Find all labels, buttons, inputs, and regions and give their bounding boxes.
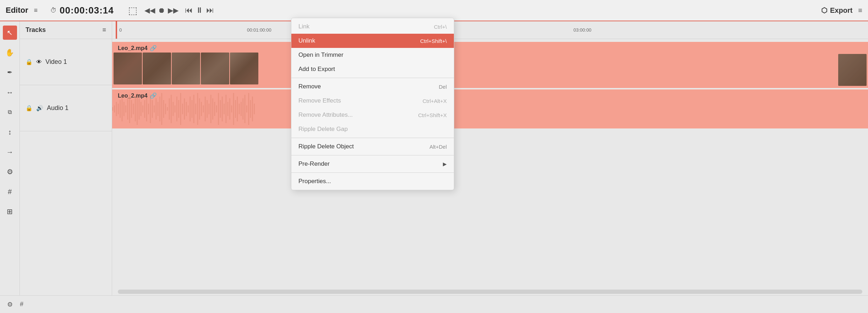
- svg-rect-49: [205, 97, 206, 121]
- svg-rect-46: [199, 98, 200, 120]
- svg-rect-53: [212, 98, 213, 120]
- svg-rect-66: [237, 97, 238, 121]
- svg-rect-41: [189, 97, 191, 121]
- menu-item-pre-render[interactable]: Pre-Render ▶: [291, 157, 454, 171]
- menu-item-remove[interactable]: Remove Del: [291, 79, 454, 94]
- svg-rect-16: [142, 105, 143, 112]
- menu-item-remove-shortcut: Del: [439, 84, 447, 90]
- video-eye-icon[interactable]: 👁: [36, 59, 42, 65]
- timeline-scrollbar[interactable]: [118, 290, 862, 294]
- audio-track-name: Audio 1: [47, 104, 68, 112]
- svg-rect-55: [216, 105, 217, 112]
- menu-item-properties[interactable]: Properties...: [291, 174, 454, 188]
- ripple-tool-button[interactable]: →: [3, 145, 17, 159]
- select-tool-button[interactable]: ↖: [3, 26, 17, 40]
- svg-rect-39: [186, 102, 187, 116]
- video-clip-link-icon: 🔗: [150, 45, 157, 51]
- trim-tool-button[interactable]: ↔: [3, 85, 17, 99]
- svg-rect-8: [127, 98, 128, 120]
- menu-item-unlink-label: Unlink: [298, 37, 315, 44]
- slip-tool-button[interactable]: ↕: [3, 125, 17, 139]
- svg-rect-32: [172, 102, 174, 116]
- audio-waveform: [112, 89, 868, 128]
- svg-rect-30: [169, 98, 170, 120]
- menu-item-link[interactable]: Link Ctrl+\: [291, 20, 454, 34]
- svg-rect-36: [180, 93, 181, 125]
- svg-rect-43: [193, 95, 194, 123]
- menu-item-properties-label: Properties...: [298, 178, 331, 185]
- menu-item-open-trimmer[interactable]: Open in Trimmer: [291, 48, 454, 62]
- grid-button[interactable]: ⊞: [3, 204, 17, 219]
- svg-rect-27: [163, 100, 164, 118]
- menu-item-link-shortcut: Ctrl+\: [434, 24, 447, 30]
- svg-rect-23: [155, 98, 156, 120]
- frame-forward-button[interactable]: ⏭: [206, 6, 214, 15]
- frame-capture-button[interactable]: ⬚: [127, 3, 139, 18]
- top-right-menu-icon[interactable]: ≡: [858, 6, 862, 15]
- svg-rect-65: [235, 100, 236, 118]
- play-button[interactable]: ⏺: [158, 6, 165, 15]
- menu-item-ripple-delete-gap-label: Ripple Delete Gap: [298, 126, 348, 133]
- audio-speaker-icon[interactable]: 🔊: [36, 105, 43, 111]
- top-controls: ⬚: [127, 3, 139, 18]
- svg-rect-57: [220, 100, 221, 118]
- editor-title: Editor: [6, 6, 28, 15]
- transport-controls: ◀◀ ⏺ ▶▶ ⏮ ⏸ ⏭: [144, 6, 214, 15]
- video-track-name: Video 1: [45, 58, 67, 66]
- video-lock-icon[interactable]: 🔒: [26, 59, 33, 65]
- audio-clip-area[interactable]: Leo_2.mp4 🔗: [112, 89, 868, 128]
- timeline-ruler: 0 00:01:00:00 03:00:00: [112, 21, 868, 39]
- submenu-arrow-icon: ▶: [443, 161, 447, 167]
- tracks-header: Tracks ≡: [20, 21, 112, 39]
- svg-rect-50: [207, 100, 208, 118]
- svg-rect-44: [195, 104, 196, 114]
- svg-rect-38: [184, 98, 185, 120]
- frame-back-button[interactable]: ⏮: [185, 6, 193, 15]
- svg-rect-24: [158, 102, 159, 116]
- menu-divider-3: [291, 155, 454, 155]
- menu-item-unlink[interactable]: Unlink Ctrl+Shift+\: [291, 34, 454, 48]
- thumbnail-1: [114, 53, 142, 84]
- svg-rect-20: [150, 95, 151, 123]
- pause-button[interactable]: ⏸: [196, 6, 203, 15]
- menu-item-ripple-delete-object[interactable]: Ripple Delete Object Alt+Del: [291, 139, 454, 154]
- export-button[interactable]: ⬡ Export: [821, 6, 852, 15]
- video-track-row: 🔒 👁 Video 1: [20, 39, 112, 85]
- svg-rect-74: [252, 97, 253, 121]
- menu-item-remove-effects-label: Remove Effects: [298, 97, 341, 104]
- video-clip-area[interactable]: Leo_2.mp4 🔗: [112, 42, 868, 88]
- timeline-playhead[interactable]: [116, 21, 117, 39]
- menu-item-open-trimmer-label: Open in Trimmer: [298, 51, 344, 59]
- menu-item-remove-effects[interactable]: Remove Effects Ctrl+Alt+X: [291, 94, 454, 108]
- multicam-tool-button[interactable]: ⧉: [3, 105, 17, 119]
- editor-menu-icon[interactable]: ≡: [34, 7, 38, 14]
- rewind-button[interactable]: ◀◀: [144, 6, 155, 15]
- svg-rect-28: [165, 104, 166, 114]
- svg-rect-40: [188, 105, 189, 112]
- svg-rect-54: [214, 102, 215, 116]
- menu-divider-1: [291, 78, 454, 78]
- tracks-panel: Tracks ≡ 🔒 👁 Video 1 🔒 🔊 Audio 1: [20, 21, 112, 295]
- audio-lock-icon[interactable]: 🔒: [26, 105, 33, 111]
- svg-rect-14: [139, 98, 140, 120]
- tracks-menu-icon[interactable]: ≡: [102, 26, 106, 34]
- menu-item-add-export[interactable]: Add to Export: [291, 62, 454, 76]
- hand-tool-button[interactable]: ✋: [3, 45, 17, 60]
- svg-rect-75: [254, 104, 255, 114]
- timeline-area: 0 00:01:00:00 03:00:00 Leo_2.mp4 🔗: [112, 21, 868, 295]
- ruler-mark-0: 0: [119, 27, 122, 33]
- fast-forward-button[interactable]: ▶▶: [168, 6, 178, 15]
- svg-rect-25: [159, 97, 160, 121]
- menu-item-remove-attributes[interactable]: Remove Attributes... Ctrl+Shift+X: [291, 108, 454, 122]
- svg-rect-21: [152, 100, 153, 118]
- menu-item-ripple-delete-gap[interactable]: Ripple Delete Gap: [291, 122, 454, 136]
- menu-item-pre-render-label: Pre-Render: [298, 160, 330, 168]
- bottom-settings-button[interactable]: ⚙: [6, 299, 14, 310]
- bottom-hash-button[interactable]: #: [18, 299, 25, 309]
- svg-rect-68: [241, 102, 242, 116]
- settings-button[interactable]: ⚙: [3, 165, 17, 179]
- razor-tool-button[interactable]: ✒: [3, 65, 17, 79]
- svg-rect-26: [161, 93, 162, 125]
- video-clip-name: Leo_2.mp4: [118, 45, 148, 51]
- hash-button[interactable]: #: [3, 185, 17, 199]
